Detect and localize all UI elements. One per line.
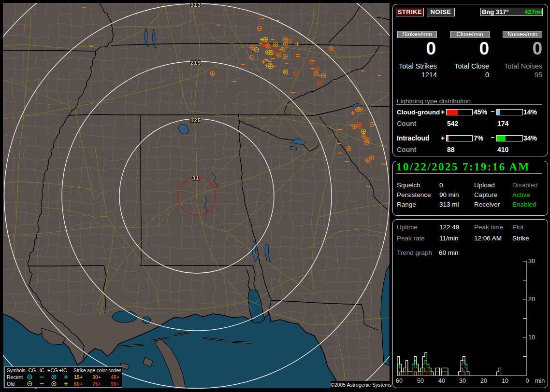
svg-text:20: 20 (480, 378, 487, 384)
svg-text:60: 60 (396, 378, 403, 384)
svg-text:min: min (535, 378, 545, 384)
svg-text:31: 31 (192, 175, 200, 181)
svg-text:20: 20 (528, 296, 535, 303)
svg-text:50: 50 (417, 378, 424, 384)
svg-text:0: 0 (526, 378, 529, 384)
svg-text:30: 30 (459, 378, 466, 384)
svg-text:10: 10 (528, 334, 535, 341)
svg-text:40: 40 (438, 378, 445, 384)
svg-text:125: 125 (190, 117, 201, 123)
svg-text:30: 30 (528, 258, 535, 265)
svg-text:10: 10 (502, 378, 508, 384)
svg-text:313: 313 (190, 3, 201, 8)
svg-text:219: 219 (190, 60, 201, 66)
